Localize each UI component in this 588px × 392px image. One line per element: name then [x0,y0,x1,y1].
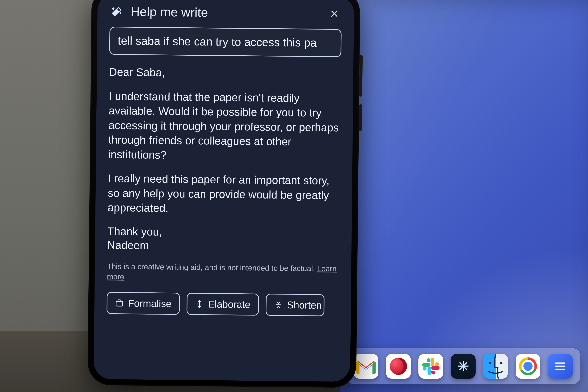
disclaimer-text: This is a creative writing aid, and is n… [107,261,339,284]
chip-label: Shorten [287,299,322,311]
dock-gmail-icon[interactable] [354,354,378,379]
dock-chrome-icon[interactable] [516,354,540,379]
draft-paragraph: I understand that the paper isn't readil… [108,89,341,164]
svg-point-0 [489,362,491,364]
help-me-write-panel: Help me write tell saba if she can try t… [94,0,354,382]
phone-screen: Help me write tell saba if she can try t… [94,0,354,382]
svg-point-1 [500,362,502,364]
panel-title: Help me write [131,4,208,20]
chip-label: Elaborate [208,298,250,310]
dock-generic-app-icon[interactable] [548,354,573,379]
draft-greeting: Dear Saba, [109,65,341,82]
draft-signoff: Thank you, Nadeem [107,224,339,254]
svg-rect-5 [116,301,123,306]
signoff-name: Nadeem [107,239,149,252]
disclaimer-body: This is a creative writing aid, and is n… [107,262,317,273]
dock-opera-icon[interactable] [386,354,411,379]
external-monitor-desktop: ✳ [340,0,588,392]
draft-paragraph: I really need this paper for an importan… [107,171,340,217]
refine-chip-row: Formalise Elaborate Shorten [107,292,339,316]
phone-device-frame: Help me write tell saba if she can try t… [88,0,360,388]
briefcase-icon [115,299,124,308]
elaborate-chip[interactable]: Elaborate [187,293,259,316]
generated-draft: Dear Saba, I understand that the paper i… [107,63,341,254]
chip-label: Formalise [128,298,171,309]
close-icon [330,9,340,19]
panel-header: Help me write [110,4,342,21]
close-button[interactable] [328,7,342,21]
shorten-chip[interactable]: Shorten [266,294,325,316]
prompt-input[interactable]: tell saba if she can try to access this … [109,27,342,57]
dock-finder-icon[interactable] [483,354,508,379]
dock-asterisk-app-icon[interactable]: ✳ [451,354,476,379]
macos-dock: ✳ [346,348,580,384]
dock-slack-icon[interactable] [418,354,443,379]
magic-wand-icon [110,4,124,19]
signoff-line: Thank you, [107,225,162,238]
collapse-vertical-icon [274,300,283,309]
expand-vertical-icon [195,300,204,308]
formalise-chip[interactable]: Formalise [107,292,180,315]
phone-side-button [359,55,363,96]
phone-side-button [359,104,362,131]
